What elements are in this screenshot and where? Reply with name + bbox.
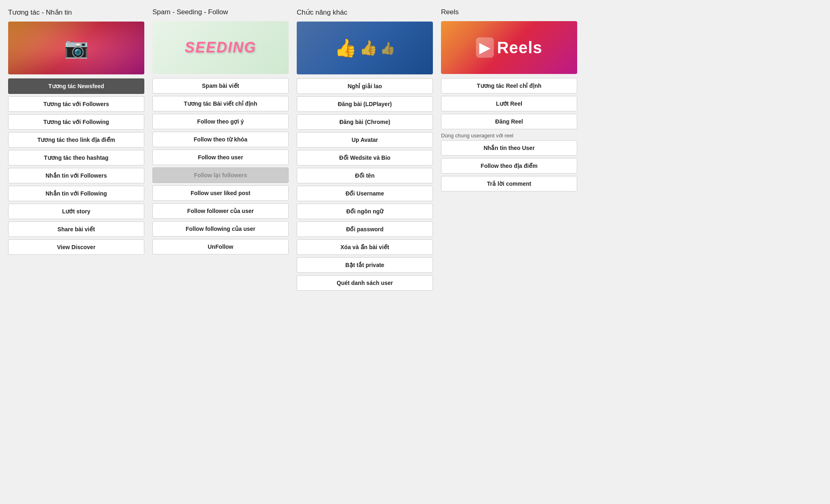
column-image-instagram: 📷 (8, 22, 144, 74)
btn-quet-danh-sach-user[interactable]: Quét danh sách user (297, 275, 433, 291)
btn-dang-bai-chrome[interactable]: Đăng bài (Chrome) (297, 114, 433, 130)
btn-share-bai-viet[interactable]: Share bài viết (8, 222, 144, 237)
seeding-text: SEEDING (185, 39, 256, 56)
column-spam-seeding-follow: Spam - Seeding - FollowSEEDINGSpam bài v… (152, 8, 289, 291)
column-title-chuc-nang-khac: Chức năng khác (297, 8, 433, 17)
btn-doi-password[interactable]: Đổi password (297, 222, 433, 237)
btn-followers[interactable]: Tương tác với Followers (8, 96, 144, 112)
button-list-spam-seeding-follow: Spam bài viếtTương tác Bài viết chỉ định… (152, 78, 289, 254)
column-tuong-tac: Tương tác - Nhắn tin📷Tương tác NewsfeedT… (8, 8, 144, 291)
btn-tuong-tac-bai-viet-chi-dinh[interactable]: Tương tác Bài viết chỉ định (152, 96, 289, 111)
btn-tra-loi-comment[interactable]: Trả lời comment (441, 176, 577, 191)
button-list-tuong-tac: Tương tác NewsfeedTương tác với Follower… (8, 78, 144, 255)
reels-label: Reels (497, 39, 543, 57)
btn-follow-theo-goi-y[interactable]: Follow theo gợi ý (152, 114, 289, 129)
instagram-camera-icon: 📷 (64, 37, 89, 59)
column-title-spam-seeding-follow: Spam - Seeding - Follow (152, 8, 289, 16)
btn-follow-theo-dia-diem[interactable]: Follow theo địa điểm (441, 158, 577, 174)
btn-follow-lai-followers[interactable]: Follow lại followers (152, 167, 289, 183)
btn-follow-theo-tu-khoa[interactable]: Follow theo từ khóa (152, 132, 289, 147)
btn-bat-tat-private[interactable]: Bật tắt private (297, 257, 433, 273)
main-grid: Tương tác - Nhắn tin📷Tương tác NewsfeedT… (8, 8, 577, 291)
thumbs-up-icon-2: 👍 (359, 39, 378, 56)
button-list2-reels: Nhắn tin theo UserFollow theo địa điểmTr… (441, 140, 577, 191)
btn-dang-bai-ldplayer[interactable]: Đăng bài (LDPlayer) (297, 96, 433, 112)
column-image-facebook: 👍 👍 👍 (297, 22, 433, 74)
btn-dang-reel[interactable]: Đăng Reel (441, 114, 577, 129)
btn-nhan-tin-theo-user[interactable]: Nhắn tin theo User (441, 140, 577, 156)
btn-luot-story[interactable]: Lướt story (8, 204, 144, 219)
btn-tuong-tac-reel-chi-dinh[interactable]: Tương tác Reel chỉ định (441, 78, 577, 93)
column-title-reels: Reels (441, 8, 577, 16)
btn-follow-follower-cua-user[interactable]: Follow follower của user (152, 203, 289, 219)
btn-up-avatar[interactable]: Up Avatar (297, 132, 433, 148)
btn-view-discover[interactable]: View Discover (8, 239, 144, 255)
btn-doi-ten[interactable]: Đổi tên (297, 168, 433, 183)
column-image-reels: ▶ Reels (441, 21, 577, 74)
column-reels: Reels ▶ Reels Tương tác Reel chỉ địnhLướ… (441, 8, 577, 291)
column-image-seeding: SEEDING (152, 21, 289, 74)
button-list-chuc-nang-khac: Nghỉ giải laoĐăng bài (LDPlayer)Đăng bài… (297, 78, 433, 291)
btn-newsfeed[interactable]: Tương tác Newsfeed (8, 78, 144, 94)
btn-follow-user-liked-post[interactable]: Follow user liked post (152, 185, 289, 201)
btn-spam-bai-viet[interactable]: Spam bài viết (152, 78, 289, 93)
column-chuc-nang-khac: Chức năng khác 👍 👍 👍 Nghỉ giải laoĐăng b… (297, 8, 433, 291)
btn-luot-reel[interactable]: Lướt Reel (441, 96, 577, 111)
reels-play-icon: ▶ (476, 37, 494, 58)
section-note-reels: Dùng chung useragent với reel (441, 133, 577, 139)
column-title-tuong-tac: Tương tác - Nhắn tin (8, 8, 144, 17)
btn-doi-username[interactable]: Đổi Username (297, 186, 433, 201)
btn-follow-theo-user[interactable]: Follow theo user (152, 150, 289, 165)
btn-follow-following-cua-user[interactable]: Follow following của user (152, 221, 289, 237)
thumbs-up-icon-3: 👍 (380, 41, 395, 55)
btn-xoa-an-bai-viet[interactable]: Xóa và ẩn bài viết (297, 239, 433, 255)
btn-following[interactable]: Tương tác với Following (8, 114, 144, 130)
button-list-reels: Tương tác Reel chỉ địnhLướt ReelĐăng Ree… (441, 78, 577, 129)
btn-nhan-tin-following[interactable]: Nhắn tin với Following (8, 186, 144, 201)
btn-unfollow[interactable]: UnFollow (152, 239, 289, 254)
btn-nghi-giai-lao[interactable]: Nghỉ giải lao (297, 78, 433, 94)
btn-hashtag[interactable]: Tương tác theo hashtag (8, 150, 144, 165)
thumbs-up-icon: 👍 (335, 37, 357, 59)
btn-doi-ngon-ngu[interactable]: Đổi ngôn ngữ (297, 204, 433, 219)
btn-doi-website-bio[interactable]: Đổi Wedsite và Bio (297, 150, 433, 165)
btn-nhan-tin-followers[interactable]: Nhắn tin với Followers (8, 168, 144, 183)
btn-link-dia-diem[interactable]: Tương tác theo link địa điểm (8, 132, 144, 148)
